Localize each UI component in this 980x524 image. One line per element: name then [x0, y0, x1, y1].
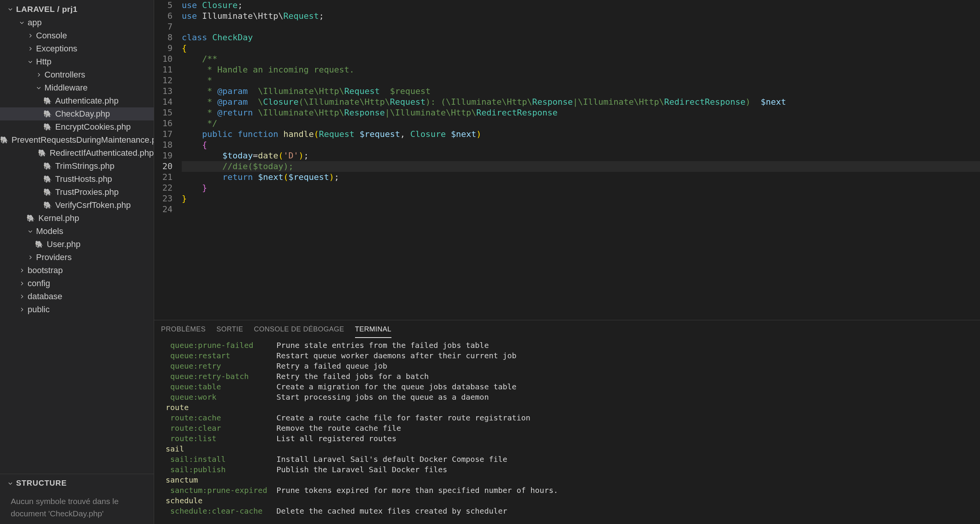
file-item[interactable]: 🐘TrimStrings.php: [0, 160, 154, 173]
chevron-right-icon: [35, 71, 43, 79]
code-line[interactable]: [182, 204, 980, 215]
code-line[interactable]: [182, 21, 980, 32]
code-line[interactable]: }: [182, 183, 980, 193]
structure-header[interactable]: STRUCTURE: [0, 476, 154, 491]
tree-item-label: VerifyCsrfToken.php: [55, 200, 131, 210]
terminal-line: queue:retry Retry a failed queue job: [161, 361, 973, 371]
folder-item[interactable]: Http: [0, 55, 154, 68]
code-line[interactable]: * @param \Closure(\Illuminate\Http\Reque…: [182, 97, 980, 107]
file-item[interactable]: 🐘User.php: [0, 238, 154, 251]
panel-tab[interactable]: CONSOLE DE DÉBOGAGE: [254, 321, 344, 338]
folder-item[interactable]: Models: [0, 225, 154, 238]
chevron-right-icon: [26, 253, 35, 262]
file-item[interactable]: 🐘PreventRequestsDuringMaintenance.php: [0, 133, 154, 147]
code-line[interactable]: {: [182, 140, 980, 150]
folder-item[interactable]: Middleware: [0, 81, 154, 94]
chevron-down-icon: [18, 18, 26, 27]
terminal-line: sanctum:prune-expired Prune tokens expir…: [161, 485, 973, 496]
panel-tab[interactable]: PROBLÈMES: [161, 321, 206, 338]
terminal-line: sail: [161, 444, 973, 454]
file-item[interactable]: 🐘RedirectIfAuthenticated.php: [0, 147, 154, 160]
line-number-gutter: 56789101112131415161718192021222324: [154, 0, 182, 320]
terminal-line: schedule:clear-cache Delete the cached m…: [161, 506, 973, 516]
tree-item-label: EncryptCookies.php: [55, 122, 131, 132]
chevron-right-icon: [18, 292, 26, 301]
file-tree: appConsoleExceptionsHttpControllersMiddl…: [0, 16, 154, 316]
code-line[interactable]: class CheckDay: [182, 32, 980, 43]
structure-label: STRUCTURE: [16, 479, 67, 488]
line-number: 21: [154, 172, 173, 183]
tree-item-label: Http: [36, 57, 51, 67]
file-item[interactable]: 🐘TrustProxies.php: [0, 186, 154, 199]
sidebar: LARAVEL / prj1 appConsoleExceptionsHttpC…: [0, 0, 154, 524]
terminal-line: route:clear Remove the route cache file: [161, 423, 973, 433]
file-item[interactable]: 🐘Authenticate.php: [0, 94, 154, 107]
line-number: 13: [154, 86, 173, 97]
tree-item-label: public: [28, 305, 49, 315]
panel-tab[interactable]: TERMINAL: [355, 321, 391, 338]
chevron-right-icon: [26, 31, 35, 40]
tree-item-label: bootstrap: [28, 265, 63, 275]
php-file-icon: 🐘: [38, 148, 46, 158]
explorer-root-header[interactable]: LARAVEL / prj1: [0, 2, 154, 16]
code-line[interactable]: * Handle an incoming request.: [182, 64, 980, 75]
file-item[interactable]: 🐘CheckDay.php: [0, 107, 154, 120]
file-item[interactable]: 🐘EncryptCookies.php: [0, 120, 154, 133]
code-line[interactable]: */: [182, 118, 980, 129]
folder-item[interactable]: database: [0, 290, 154, 303]
tree-item-label: Providers: [36, 252, 72, 262]
file-item[interactable]: 🐘VerifyCsrfToken.php: [0, 199, 154, 212]
terminal-line: route:list List all registered routes: [161, 433, 973, 444]
terminal-line: route:cache Create a route cache file fo…: [161, 413, 973, 423]
php-file-icon: 🐘: [0, 135, 8, 145]
code-line[interactable]: use Closure;: [182, 0, 980, 11]
folder-item[interactable]: Providers: [0, 251, 154, 264]
panel-tab[interactable]: SORTIE: [217, 321, 243, 338]
chevron-down-icon: [26, 227, 35, 236]
code-editor[interactable]: 56789101112131415161718192021222324 use …: [154, 0, 980, 320]
terminal-line: queue:prune-failed Prune stale entries f…: [161, 340, 973, 351]
line-number: 18: [154, 140, 173, 150]
folder-item[interactable]: bootstrap: [0, 264, 154, 277]
code-line[interactable]: * @param \Illuminate\Http\Request $reque…: [182, 86, 980, 97]
structure-section: STRUCTURE Aucun symbole trouvé dans le d…: [0, 474, 154, 524]
php-file-icon: 🐘: [35, 240, 44, 249]
tree-item-label: TrimStrings.php: [55, 161, 114, 171]
file-item[interactable]: 🐘TrustHosts.php: [0, 173, 154, 186]
tree-item-label: TrustProxies.php: [55, 187, 118, 197]
line-number: 24: [154, 204, 173, 215]
tree-item-label: database: [28, 292, 62, 302]
folder-item[interactable]: Console: [0, 29, 154, 42]
code-line[interactable]: public function handle(Request $request,…: [182, 129, 980, 140]
code-line[interactable]: //die($today);: [182, 161, 980, 172]
explorer-root-label: LARAVEL / prj1: [16, 5, 77, 14]
code-line[interactable]: }: [182, 193, 980, 204]
tree-item-label: config: [28, 278, 50, 288]
php-file-icon: 🐘: [43, 188, 52, 197]
code-line[interactable]: /**: [182, 54, 980, 64]
code-line[interactable]: * @return \Illuminate\Http\Response|\Ill…: [182, 107, 980, 118]
code-line[interactable]: return $next($request);: [182, 172, 980, 183]
folder-item[interactable]: Exceptions: [0, 42, 154, 55]
code-line[interactable]: {: [182, 43, 980, 54]
terminal-line: queue:retry-batch Retry the failed jobs …: [161, 371, 973, 382]
line-number: 7: [154, 21, 173, 32]
terminal-line: sanctum: [161, 475, 973, 485]
terminal-output[interactable]: queue:prune-failed Prune stale entries f…: [154, 339, 980, 524]
php-file-icon: 🐘: [43, 122, 52, 132]
line-number: 12: [154, 75, 173, 86]
line-number: 23: [154, 193, 173, 204]
terminal-line: schedule: [161, 496, 973, 506]
folder-item[interactable]: app: [0, 16, 154, 29]
code-content[interactable]: use Closure;use Illuminate\Http\Request;…: [182, 0, 980, 320]
file-item[interactable]: 🐘Kernel.php: [0, 212, 154, 225]
folder-item[interactable]: public: [0, 303, 154, 316]
code-line[interactable]: $today=date('D');: [182, 150, 980, 161]
folder-item[interactable]: config: [0, 277, 154, 290]
line-number: 19: [154, 150, 173, 161]
chevron-right-icon: [18, 305, 26, 314]
php-file-icon: 🐘: [43, 96, 52, 105]
folder-item[interactable]: Controllers: [0, 68, 154, 81]
code-line[interactable]: use Illuminate\Http\Request;: [182, 11, 980, 21]
code-line[interactable]: *: [182, 75, 980, 86]
